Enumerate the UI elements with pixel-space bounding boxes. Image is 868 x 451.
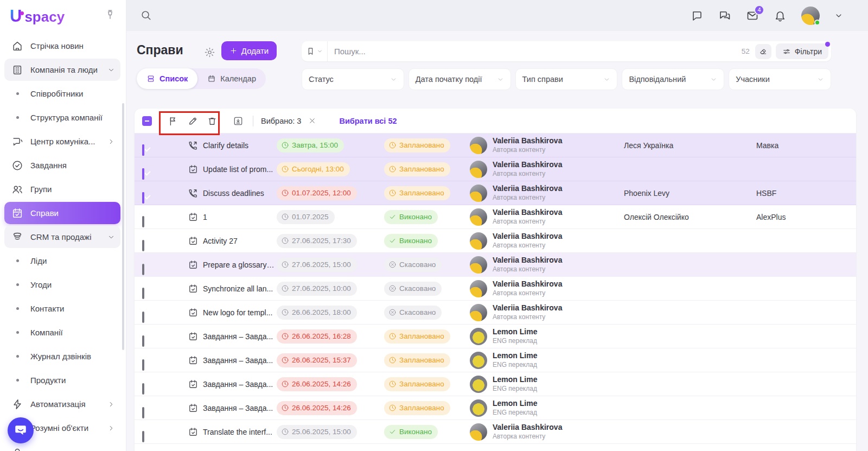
notifications-bell-icon[interactable] [774,9,787,22]
pin-sidebar-icon[interactable] [104,9,116,21]
table-row[interactable]: Prepare a glossary ... 27.06.2025, 15:00… [135,253,856,277]
sidebar-item-1[interactable]: Компанія та люди [4,59,120,81]
row-checkbox[interactable] [142,288,144,299]
clock-icon [281,165,289,173]
flag-button[interactable] [165,113,181,129]
sidebar-item-2[interactable]: Співробітники [4,82,120,105]
row-checkbox[interactable] [142,335,144,347]
saved-filters-button[interactable] [302,41,328,61]
tab-list[interactable]: Список [137,68,197,89]
owner-name: Lemon Lime [493,327,537,337]
filter-dropdown-3[interactable]: Відповідальний [622,68,724,90]
tab-calendar[interactable]: Календар [197,68,266,89]
messenger-icon[interactable] [718,9,731,22]
clear-selection-icon[interactable] [307,115,318,127]
sidebar-item-10[interactable]: Угоди [4,274,120,296]
sidebar-scrollbar[interactable] [122,103,124,350]
edit-button[interactable] [184,113,201,129]
row-checkbox[interactable] [142,144,144,156]
global-search-icon[interactable] [140,9,152,21]
profile-chevron-down-icon[interactable] [834,11,843,20]
filter-dropdown-4[interactable]: Учасники [729,68,831,90]
sidebar-item-11[interactable]: Контакти [4,297,120,320]
owner-avatar [470,352,487,369]
bulk-actions-toolbar: Вибрано: 3 Вибрати всі 52 [135,109,856,134]
owner-role: ENG переклад [493,361,537,369]
filter-dropdown-1[interactable]: Дата початку події [409,68,511,90]
table-row[interactable]: Завдання – Завда... 26.06.2025, 15:37 За… [135,348,856,372]
row-checkbox[interactable] [142,240,144,251]
clock-icon [388,332,397,340]
mail-icon[interactable]: 4 [746,9,759,22]
row-checkbox[interactable] [142,431,144,442]
add-button[interactable]: Додати [221,41,277,60]
table-row[interactable]: New logo for templ... 26.06.2025, 18:00 … [135,301,856,325]
row-checkbox[interactable] [142,168,144,180]
sidebar-item-9[interactable]: Ліди [4,250,120,272]
activity-title: Activity 27 [203,237,275,245]
task-calendar-icon [188,427,199,437]
row-checkbox[interactable] [142,264,144,275]
sidebar-item-5[interactable]: Завдання [4,154,120,176]
sidebar-item-6[interactable]: Групи [4,178,120,200]
sidebar-item-13[interactable]: Журнал дзвінків [4,345,120,367]
table-row[interactable]: Update list of prom... Сьогодні, 13:00 З… [135,157,856,181]
view-tabs: Список Календар [137,68,266,89]
owner-role: Авторка контенту [493,146,562,154]
partial-icon [11,446,24,451]
date-badge: 27.06.2025, 15:00 [277,258,357,272]
delete-button[interactable] [204,113,220,129]
bullet-icon [11,302,24,315]
chevron-right-icon [107,401,115,408]
row-checkbox[interactable] [142,312,144,323]
sidebar-item-8[interactable]: CRM та продажі [4,226,120,248]
table-row[interactable]: Завдання – Завда... 26.06.2025, 14:26 За… [135,396,856,420]
support-chat-button[interactable] [8,417,34,443]
owner-name: Valeriia Bashkirova [493,184,562,194]
row-checkbox[interactable] [142,407,144,418]
clock-icon [281,428,289,436]
sidebar-item-14[interactable]: Продукти [4,369,120,391]
table-row[interactable]: Synchronize all lan... 27.06.2025, 10:00… [135,277,856,301]
table-row[interactable]: Activity 27 27.06.2025, 17:30 Виконано V… [135,229,856,253]
company-cell: AlexPlus [756,213,843,221]
sidebar-item-7[interactable]: Справи [4,202,120,224]
table-row[interactable]: Завдання – Завда... 26.06.2025, 16:28 За… [135,325,856,348]
row-checkbox[interactable] [142,192,144,204]
bookmark-icon [306,47,315,56]
user-avatar[interactable] [801,7,820,25]
comm-icon [11,135,24,148]
export-button[interactable] [230,113,246,129]
date-badge: 27.06.2025, 10:00 [277,282,357,296]
row-checkbox[interactable] [142,359,144,371]
sidebar-item-3[interactable]: Структура компанії [4,106,120,129]
sidebar-item-0[interactable]: Стрічка новин [4,35,120,57]
chat-icon[interactable] [691,9,704,22]
contact-cell: Леся Українка [624,141,743,150]
filter-dropdown-0[interactable]: Статус [302,68,404,90]
table-row[interactable]: Завдання – Завда... 26.06.2025, 14:26 За… [135,372,856,396]
select-all-link[interactable]: Вибрати всі 52 [339,117,397,125]
filter-dropdown-2[interactable]: Тип справи [515,68,618,90]
sidebar-item-15[interactable]: Автоматизація [4,393,120,415]
clock-icon [281,308,289,316]
table-row[interactable]: Discuss deadlines 01.07.2025, 12:00 Запл… [135,181,856,205]
owner-role: Авторка контенту [493,313,562,321]
uspacy-logo: U spacy [10,7,65,26]
table-row[interactable]: 1 01.07.2025 Виконано Valeriia Bashkirov… [135,205,856,229]
task-calendar-icon [188,379,199,390]
owner-avatar [470,304,487,321]
filters-button[interactable]: Фільтри [776,43,828,59]
settings-gear-icon[interactable] [204,47,215,58]
table-row[interactable]: Clarify details Завтра, 15:00 Запланован… [135,134,856,157]
activity-title: 1 [203,213,275,221]
row-checkbox[interactable] [142,216,144,227]
select-all-checkbox[interactable] [142,116,152,126]
sidebar-item-4[interactable]: Центр комуніка... [4,130,120,153]
clear-search-button[interactable] [755,44,771,59]
sidebar-item-12[interactable]: Компанії [4,321,120,344]
search-input[interactable] [328,47,742,56]
table-row[interactable]: Translate the interf... 25.06.2025, 15:0… [135,420,856,444]
status-badge: Заплановано [384,353,450,367]
row-checkbox[interactable] [142,383,144,395]
